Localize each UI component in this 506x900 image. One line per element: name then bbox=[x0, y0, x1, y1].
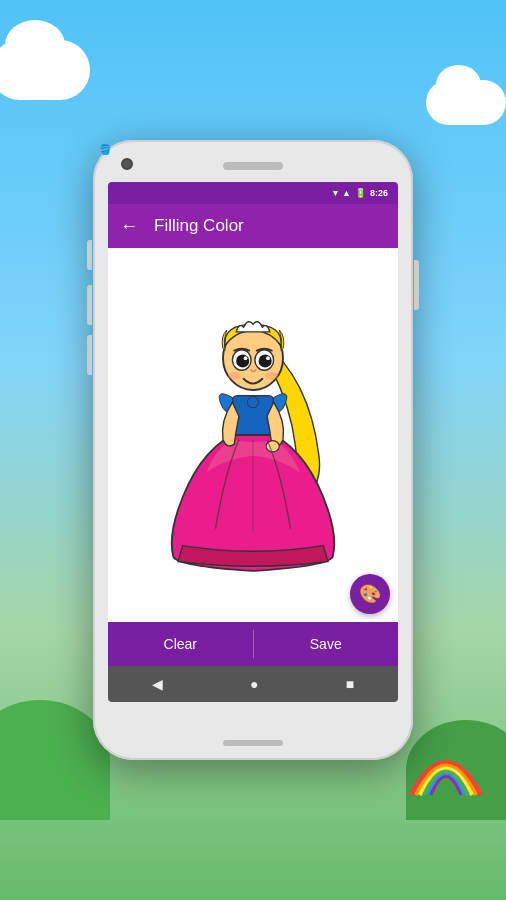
status-bar: 🪣 ▾ ▲ 🔋 8:26 bbox=[108, 182, 398, 204]
app-bar: ← Filling Color bbox=[108, 204, 398, 248]
palette-button[interactable]: 🎨 bbox=[350, 574, 390, 614]
drawing-canvas[interactable]: 🎨 bbox=[108, 248, 398, 622]
wifi-icon: ▾ bbox=[333, 188, 338, 198]
cloud-right bbox=[426, 80, 506, 125]
phone-speaker bbox=[223, 162, 283, 170]
volume-button bbox=[414, 260, 419, 310]
signal-icon: ▲ bbox=[342, 188, 351, 198]
svg-point-8 bbox=[244, 356, 248, 360]
nav-home-button[interactable]: ● bbox=[250, 676, 258, 692]
clear-button[interactable]: Clear bbox=[108, 622, 253, 666]
princess-illustration bbox=[108, 248, 398, 622]
rainbow bbox=[406, 740, 486, 800]
status-right: ▾ ▲ 🔋 8:26 bbox=[333, 188, 388, 198]
cloud-left bbox=[0, 40, 90, 100]
navigation-bar: ◀ ● ■ bbox=[108, 666, 398, 702]
palette-icon: 🎨 bbox=[359, 583, 381, 605]
svg-point-6 bbox=[236, 354, 249, 367]
svg-point-7 bbox=[259, 354, 272, 367]
bottom-toolbar: Clear Save bbox=[108, 622, 398, 666]
side-button-1 bbox=[87, 240, 92, 270]
phone-camera bbox=[121, 158, 133, 170]
svg-point-10 bbox=[228, 372, 241, 380]
svg-point-11 bbox=[265, 372, 278, 380]
phone-frame: 🪣 ▾ ▲ 🔋 8:26 ← Filling Color bbox=[93, 140, 413, 760]
side-button-2 bbox=[87, 285, 92, 325]
battery-icon: 🔋 bbox=[355, 188, 366, 198]
nav-recents-button[interactable]: ■ bbox=[346, 676, 354, 692]
phone-screen: 🪣 ▾ ▲ 🔋 8:26 ← Filling Color bbox=[108, 182, 398, 702]
svg-point-9 bbox=[266, 356, 270, 360]
time-display: 8:26 bbox=[370, 188, 388, 198]
nav-back-button[interactable]: ◀ bbox=[152, 676, 163, 692]
back-button[interactable]: ← bbox=[120, 216, 138, 237]
app-title: Filling Color bbox=[154, 216, 244, 236]
save-button[interactable]: Save bbox=[254, 622, 399, 666]
side-button-3 bbox=[87, 335, 92, 375]
phone-bottom-bar bbox=[223, 740, 283, 746]
svg-point-1 bbox=[247, 397, 258, 408]
